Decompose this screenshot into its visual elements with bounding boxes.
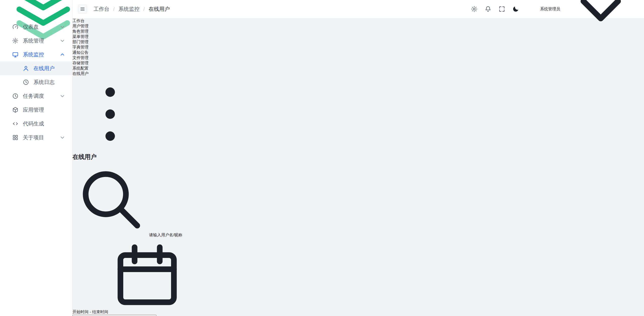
dashboard-icon: [12, 24, 19, 30]
main-column: 工作台/系统监控/在线用户 系统管理员 工作台用户管理角色管理菜单管理部门管理字…: [72, 0, 644, 316]
breadcrumb: 工作台/系统监控/在线用户: [94, 6, 170, 13]
online-users-card: 在线用户 请输入用户名/昵称 开始时间 - 结束时间 重置: [72, 153, 644, 316]
reset-button[interactable]: 重置: [72, 315, 156, 316]
tab-overflow-icon[interactable]: [72, 76, 148, 152]
avatar: [526, 4, 537, 15]
date-range-separator: -: [90, 310, 91, 314]
sidebar-subitem-clock[interactable]: 系统日志: [0, 75, 72, 89]
sidebar-menu: 仪表盘系统管理系统监控在线用户系统日志任务调度应用管理代码生成关于项目: [0, 18, 72, 144]
app-root: ContiNew Admin 仪表盘系统管理系统监控在线用户系统日志任务调度应用…: [0, 0, 644, 316]
sidebar-item-dashboard[interactable]: 仪表盘: [0, 20, 72, 34]
tab-菜单管理[interactable]: 菜单管理: [72, 34, 644, 39]
chevron-up-icon: [59, 51, 66, 58]
user-name: 系统管理员: [540, 7, 560, 12]
tab-用户管理[interactable]: 用户管理: [72, 24, 644, 29]
search-input[interactable]: 请输入用户名/昵称: [72, 161, 644, 238]
search-placeholder: 请输入用户名/昵称: [149, 233, 182, 237]
header: 工作台/系统监控/在线用户 系统管理员: [72, 0, 644, 18]
chevron-down-icon: [59, 37, 66, 44]
user-icon: [23, 65, 29, 72]
sidebar-subitem-label: 在线用户: [33, 65, 66, 72]
tab-角色管理[interactable]: 角色管理: [72, 29, 644, 34]
sidebar-item-code[interactable]: 代码生成: [0, 117, 72, 130]
chevron-down-icon: [59, 134, 66, 141]
header-icon-group: [471, 6, 519, 13]
tab-在线用户[interactable]: 在线用户: [72, 71, 644, 76]
sidebar-item-gear[interactable]: 系统管理: [0, 34, 72, 48]
page-title: 在线用户: [72, 153, 644, 161]
moon-icon[interactable]: [512, 6, 519, 13]
logo[interactable]: ContiNew Admin: [0, 0, 72, 18]
date-range-input[interactable]: 开始时间 - 结束时间: [72, 238, 644, 315]
chevron-down-icon: [59, 24, 66, 30]
sidebar-item-grid[interactable]: 关于项目: [0, 130, 72, 144]
sidebar: ContiNew Admin 仪表盘系统管理系统监控在线用户系统日志任务调度应用…: [0, 0, 72, 316]
sidebar-item-clock[interactable]: 任务调度: [0, 89, 72, 103]
breadcrumb-separator: /: [113, 6, 115, 12]
sidebar-item-label: 应用管理: [23, 106, 66, 113]
search-icon: [72, 161, 148, 236]
sidebar-subitem-user[interactable]: 在线用户: [0, 61, 72, 75]
tab-bar: 工作台用户管理角色管理菜单管理部门管理字典管理通知公告文件管理存储管理系统配置在…: [72, 18, 644, 153]
sidebar-item-label: 系统监控: [23, 51, 55, 58]
chevron-down-icon: [59, 93, 66, 99]
clock-icon: [23, 79, 29, 85]
gear-icon: [12, 37, 19, 44]
fullscreen-icon[interactable]: [498, 6, 505, 13]
tab-系统配置[interactable]: 系统配置: [72, 66, 644, 71]
content-area: 在线用户 请输入用户名/昵称 开始时间 - 结束时间 重置: [72, 153, 644, 316]
collapse-sidebar-button[interactable]: [78, 5, 87, 14]
sidebar-item-label: 系统管理: [23, 37, 55, 44]
filter-toolbar: 请输入用户名/昵称 开始时间 - 结束时间 重置: [72, 161, 644, 316]
gear-icon[interactable]: [471, 6, 478, 13]
tab-文件管理[interactable]: 文件管理: [72, 55, 644, 61]
sidebar-item-label: 代码生成: [23, 120, 66, 127]
calendar-icon: [109, 238, 185, 313]
breadcrumb-item[interactable]: 在线用户: [149, 6, 170, 13]
monitor-icon: [12, 51, 19, 58]
sidebar-item-label: 任务调度: [23, 93, 55, 100]
breadcrumb-separator: /: [143, 6, 145, 12]
tab-存储管理[interactable]: 存储管理: [72, 61, 644, 66]
cube-icon: [12, 107, 19, 113]
breadcrumb-item[interactable]: 工作台: [94, 6, 109, 13]
code-icon: [12, 120, 19, 127]
date-end-placeholder: 结束时间: [92, 310, 108, 314]
bell-icon[interactable]: [485, 6, 492, 13]
sidebar-item-cube[interactable]: 应用管理: [0, 103, 72, 117]
clock-icon: [12, 93, 19, 99]
tab-字典管理[interactable]: 字典管理: [72, 45, 644, 50]
menu-fold-icon: [80, 6, 85, 12]
tab-部门管理[interactable]: 部门管理: [72, 39, 644, 45]
sidebar-item-monitor[interactable]: 系统监控: [0, 48, 72, 61]
grid-icon: [12, 134, 19, 141]
tabs: 工作台用户管理角色管理菜单管理部门管理字典管理通知公告文件管理存储管理系统配置在…: [72, 18, 644, 76]
breadcrumb-item[interactable]: 系统监控: [118, 6, 140, 13]
sidebar-item-label: 关于项目: [23, 134, 55, 141]
sidebar-subitem-label: 系统日志: [33, 79, 66, 86]
tab-工作台[interactable]: 工作台: [72, 18, 644, 24]
date-start-placeholder: 开始时间: [72, 310, 89, 314]
tab-通知公告[interactable]: 通知公告: [72, 50, 644, 55]
sidebar-item-label: 仪表盘: [23, 23, 55, 30]
